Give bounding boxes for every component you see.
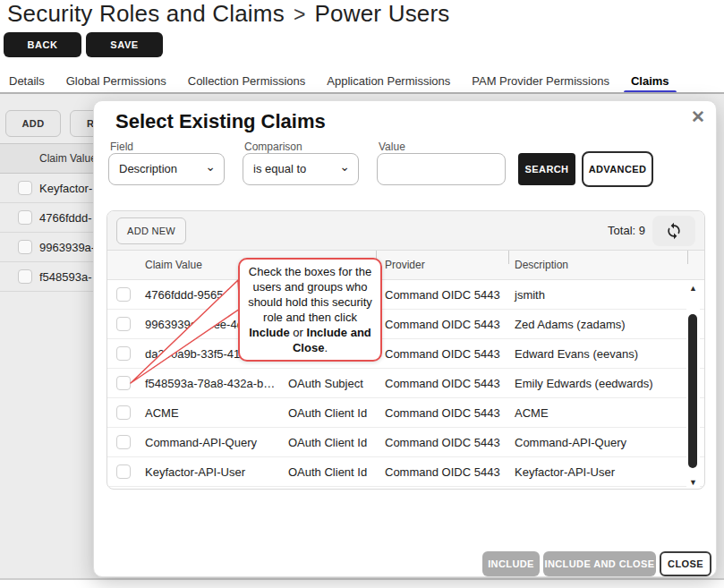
table-row: Command-API-Query OAuth Client Id Comman…	[107, 428, 704, 457]
cell-provider: Command OIDC 5443	[385, 457, 500, 487]
cell-claim-value: ACME	[145, 398, 179, 428]
claim-value-header: Claim Value	[39, 144, 97, 174]
table-header-row: Claim Value Claim Type Provider Descript…	[107, 251, 704, 280]
cell-provider: Command OIDC 5443	[385, 369, 500, 398]
cell-description: Keyfactor-API-User	[515, 457, 615, 487]
row-checkbox[interactable]	[18, 181, 32, 195]
comparison-select[interactable]: is equal to ⌄	[243, 153, 359, 185]
comparison-label: Comparison	[244, 141, 302, 153]
breadcrumb-current: Power Users	[315, 0, 450, 27]
scrollbar-thumb[interactable]	[688, 314, 697, 468]
tab-global-permissions[interactable]: Global Permissions	[66, 74, 166, 88]
breadcrumb-root: Security Roles and Claims	[7, 0, 285, 27]
value-input[interactable]	[377, 153, 506, 185]
callout-text: .	[324, 341, 328, 354]
vertical-scrollbar[interactable]: ▲ ▼	[686, 284, 700, 487]
value-label: Value	[379, 141, 405, 153]
close-button[interactable]: CLOSE	[660, 551, 711, 576]
comparison-select-value: is equal to	[253, 162, 306, 175]
row-checkbox[interactable]	[18, 269, 32, 284]
advanced-button[interactable]: ADVANCED	[582, 151, 653, 187]
cell-provider: Command OIDC 5443	[385, 310, 500, 339]
tab-details[interactable]: Details	[9, 74, 45, 88]
search-button[interactable]: SEARCH	[518, 153, 575, 185]
header-claim-value: Claim Value	[145, 251, 202, 280]
cell-provider: Command OIDC 5443	[385, 280, 500, 310]
screen: Security Roles and Claims>Power Users BA…	[0, 0, 724, 588]
scroll-down-icon[interactable]: ▼	[686, 478, 700, 487]
column-divider	[508, 251, 509, 264]
tab-pam-provider-permissions[interactable]: PAM Provider Permissions	[472, 74, 609, 88]
cell-description: Edward Evans (eevans)	[515, 339, 638, 369]
tab-claims[interactable]: Claims	[631, 74, 669, 88]
cell-provider: Command OIDC 5443	[385, 428, 500, 457]
table-row: da300a9b-33f5-4148-b… OAuth Subject Comm…	[107, 339, 704, 369]
table-row: 4766fddd-9565-4… OAuth Subject Command O…	[107, 280, 704, 310]
save-button[interactable]: SAVE	[86, 32, 163, 57]
cell-claim-type: OAuth Client Id	[288, 457, 367, 487]
table-row: Keyfactor-API-User OAuth Client Id Comma…	[107, 457, 704, 487]
total-count: Total: 9	[608, 211, 645, 251]
select-existing-claims-dialog: ✕ Select Existing Claims Field Compariso…	[93, 100, 717, 577]
refresh-icon	[665, 222, 683, 240]
cell-description: jsmith	[515, 280, 545, 310]
back-button[interactable]: BACK	[4, 32, 81, 57]
row-checkbox[interactable]	[116, 376, 131, 390]
add-new-button[interactable]: ADD NEW	[116, 217, 186, 244]
cell-description: ACME	[515, 398, 549, 428]
field-label: Field	[110, 141, 133, 153]
callout-text: Check the boxes for the users and groups…	[248, 265, 372, 324]
row-checkbox[interactable]	[116, 346, 131, 361]
page-title: Security Roles and Claims>Power Users	[7, 0, 450, 28]
callout-bold-include: Include	[249, 326, 290, 339]
cell-claim-type: OAuth Client Id	[288, 398, 367, 428]
breadcrumb-separator: >	[294, 3, 306, 26]
chevron-down-icon: ⌄	[205, 151, 216, 182]
cell-claim-value: Keyfactor-API-User	[145, 457, 245, 487]
dialog-title: Select Existing Claims	[115, 110, 326, 133]
tab-bar: Details Global Permissions Collection Pe…	[9, 70, 669, 91]
cell-claim-value: 4766fddd-9565-4…	[145, 280, 245, 310]
header-provider: Provider	[385, 251, 425, 280]
scroll-up-icon[interactable]: ▲	[686, 284, 700, 293]
add-button[interactable]: ADD	[5, 110, 61, 137]
table-toolbar: ADD NEW Total: 9	[107, 211, 704, 251]
row-checkbox[interactable]	[18, 210, 32, 225]
tab-collection-permissions[interactable]: Collection Permissions	[188, 74, 306, 88]
field-select-value: Description	[119, 162, 177, 175]
include-button[interactable]: INCLUDE	[482, 551, 540, 576]
row-checkbox[interactable]	[116, 464, 131, 479]
header-description: Description	[515, 251, 568, 280]
column-divider	[687, 251, 688, 264]
cell-description: Emily Edwards (eedwards)	[515, 369, 653, 398]
row-checkbox[interactable]	[116, 405, 131, 420]
tab-application-permissions[interactable]: Application Permissions	[327, 74, 450, 88]
close-icon[interactable]: ✕	[691, 107, 705, 127]
row-checkbox[interactable]	[116, 317, 131, 331]
row-checkbox[interactable]	[116, 287, 131, 302]
callout-text: or	[290, 326, 307, 339]
cell-claim-value: Command-API-Query	[145, 428, 257, 457]
instruction-callout: Check the boxes for the users and groups…	[238, 258, 382, 362]
row-checkbox[interactable]	[18, 240, 32, 254]
include-and-close-button[interactable]: INCLUDE AND CLOSE	[543, 551, 656, 576]
chevron-down-icon: ⌄	[339, 151, 350, 182]
cell-provider: Command OIDC 5443	[385, 398, 500, 428]
table-row: 9963939a-85ee-4d… OAuth Subject Command …	[107, 310, 704, 339]
cell-claim-value: f548593a-78a8-432a-b…	[145, 369, 275, 398]
cell-claim-type: OAuth Subject	[288, 369, 363, 398]
table-row: f548593a-78a8-432a-b… OAuth Subject Comm…	[107, 369, 704, 398]
cell-description: Zed Adams (zadams)	[515, 310, 626, 339]
table-body: 4766fddd-9565-4… OAuth Subject Command O…	[107, 280, 704, 487]
cell-claim-type: OAuth Client Id	[288, 428, 367, 457]
table-row: ACME OAuth Client Id Command OIDC 5443 A…	[107, 398, 704, 428]
existing-claims-table: ADD NEW Total: 9 Claim Value Claim Type …	[106, 210, 705, 490]
refresh-button[interactable]	[652, 216, 695, 246]
cell-description: Command-API-Query	[515, 428, 626, 457]
cell-provider: Command OIDC 5443	[385, 339, 500, 369]
field-select[interactable]: Description ⌄	[108, 153, 225, 185]
row-checkbox[interactable]	[116, 435, 131, 449]
